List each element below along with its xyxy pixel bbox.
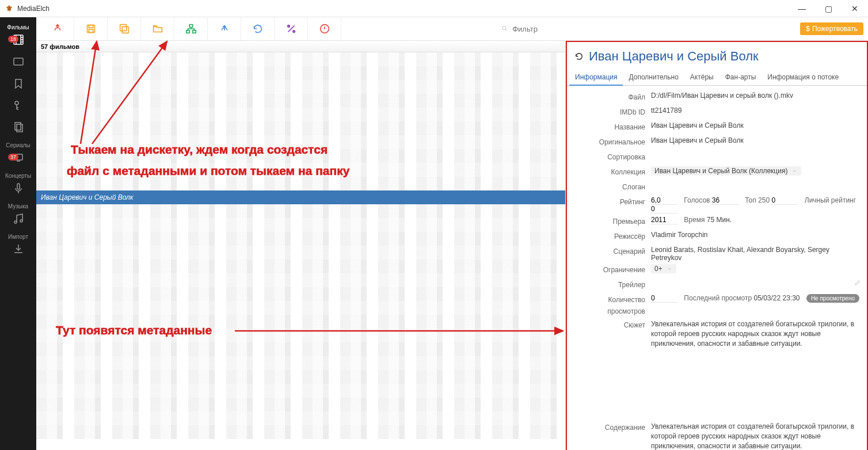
svg-rect-14	[189, 25, 193, 28]
field-personal-rating[interactable]	[651, 205, 677, 213]
close-button[interactable]: ✕	[842, 0, 868, 17]
svg-point-20	[502, 26, 506, 30]
mic-icon	[12, 181, 25, 195]
download-icon	[12, 242, 25, 256]
movie-rows[interactable]: Иван Царевич и Серый Волк	[36, 52, 565, 450]
nav-import[interactable]: Импорт	[0, 229, 36, 260]
field-content[interactable]: Увлекательная история от создателей бога…	[651, 422, 861, 450]
field-premiere[interactable]	[651, 216, 677, 224]
nav-keys[interactable]	[0, 94, 36, 116]
nav-movies-badge: 18	[8, 36, 18, 43]
svg-rect-16	[192, 30, 196, 33]
nav-tvshows-badge: 37	[8, 154, 18, 161]
field-runtime[interactable]: 75	[707, 216, 714, 224]
about-button[interactable]	[308, 17, 341, 40]
list-item[interactable]	[36, 342, 565, 356]
list-item[interactable]	[36, 315, 565, 329]
detail-pane: Иван Царевич и Серый Волк Информация Доп…	[566, 41, 868, 450]
list-item-selected[interactable]: Иван Царевич и Серый Волк	[36, 190, 565, 204]
refresh-icon[interactable]	[574, 51, 584, 62]
settings-button[interactable]	[275, 17, 308, 40]
field-imdb[interactable]: tt2141789	[651, 106, 861, 115]
list-item[interactable]	[36, 425, 565, 439]
list-item[interactable]	[36, 52, 565, 66]
field-top250[interactable]	[771, 196, 798, 205]
field-plot[interactable]: Увлекательная история от создателей бога…	[651, 319, 861, 348]
list-item[interactable]	[36, 370, 565, 384]
list-item[interactable]	[36, 80, 565, 94]
list-item[interactable]	[36, 218, 565, 232]
save-button[interactable]	[74, 17, 108, 40]
field-scenario[interactable]: Leonid Barats, Rostislav Khait, Alexandr…	[651, 246, 861, 262]
nav-movies[interactable]: Фильмы 18	[0, 20, 36, 50]
donate-button[interactable]: $ Пожертвовать	[800, 22, 863, 35]
minimize-button[interactable]: —	[789, 0, 815, 17]
list-item[interactable]	[36, 329, 565, 342]
list-item[interactable]	[36, 204, 565, 218]
list-item[interactable]	[36, 66, 565, 80]
field-name[interactable]: Иван Царевич и Серый Волк	[651, 121, 861, 129]
detail-title: Иван Царевич и Серый Волк	[589, 49, 759, 64]
svg-point-2	[15, 101, 18, 105]
list-item[interactable]	[36, 384, 565, 398]
field-original[interactable]: Иван Царевич и Серый Волк	[651, 136, 861, 144]
organize-button[interactable]	[174, 17, 208, 40]
open-folder-button[interactable]	[141, 17, 174, 40]
list-item[interactable]	[36, 356, 565, 370]
nav-copy[interactable]	[0, 116, 36, 138]
tab-extra[interactable]: Дополнительно	[623, 70, 684, 85]
tab-stream[interactable]: Информация о потоке	[762, 70, 844, 85]
list-item[interactable]	[36, 232, 565, 246]
app-title: MediaElch	[17, 5, 50, 13]
save-all-button[interactable]	[108, 17, 141, 40]
list-item[interactable]	[36, 260, 565, 273]
svg-rect-12	[120, 25, 126, 31]
list-item[interactable]	[36, 273, 565, 287]
list-item[interactable]	[36, 163, 565, 177]
nav-concerts[interactable]: Концерты	[0, 168, 36, 199]
list-item[interactable]	[36, 398, 565, 411]
list-item[interactable]	[36, 121, 565, 135]
scrape-button[interactable]	[41, 17, 74, 40]
list-item[interactable]	[36, 287, 565, 301]
svg-rect-3	[15, 123, 21, 130]
list-item[interactable]	[36, 246, 565, 260]
svg-rect-13	[122, 26, 128, 33]
field-playcount[interactable]	[651, 294, 677, 303]
chevron-down-icon	[791, 167, 798, 174]
tab-info[interactable]: Информация	[569, 70, 623, 86]
nav-music[interactable]: Музыка	[0, 199, 36, 229]
tab-actors[interactable]: Актёры	[684, 70, 719, 85]
filter-input[interactable]	[512, 25, 558, 33]
list-item[interactable]	[36, 411, 565, 425]
movie-list: 57 фильмов Иван Царевич и Серый Волк	[36, 41, 566, 450]
list-item[interactable]	[36, 108, 565, 121]
field-collection[interactable]: Иван Царевич и Серый Волк (Коллекция)	[651, 166, 801, 176]
detail-tabs: Информация Дополнительно Актёры Фан-арты…	[566, 70, 868, 86]
svg-rect-6	[17, 184, 20, 189]
nav-tvshows[interactable]: Сериалы 37	[0, 138, 36, 168]
reload-button[interactable]	[241, 17, 275, 40]
svg-rect-4	[17, 124, 22, 132]
svg-rect-15	[186, 30, 189, 33]
nav-bookmarks[interactable]	[0, 72, 36, 94]
upload-button[interactable]	[208, 17, 241, 40]
field-certification[interactable]: 0+	[651, 264, 676, 273]
field-lastplayed[interactable]: 05/03/22 23:30	[753, 294, 800, 302]
list-item[interactable]	[36, 149, 565, 163]
unseen-badge[interactable]: Не просмотрено	[806, 294, 859, 303]
field-director[interactable]: Vladimir Toropchin	[651, 231, 861, 239]
field-rating[interactable]	[651, 196, 677, 205]
list-item[interactable]	[36, 94, 565, 108]
field-votes[interactable]	[712, 196, 738, 205]
filter-search[interactable]	[501, 25, 558, 33]
list-item[interactable]	[36, 301, 565, 315]
nav-collections[interactable]	[0, 50, 36, 72]
tab-fanart[interactable]: Фан-арты	[719, 70, 762, 85]
copy-icon	[12, 120, 25, 134]
list-item[interactable]	[36, 135, 565, 149]
edit-icon[interactable]	[854, 279, 861, 286]
maximize-button[interactable]: ▢	[815, 0, 842, 17]
list-item[interactable]	[36, 177, 565, 190]
search-icon	[501, 25, 509, 33]
